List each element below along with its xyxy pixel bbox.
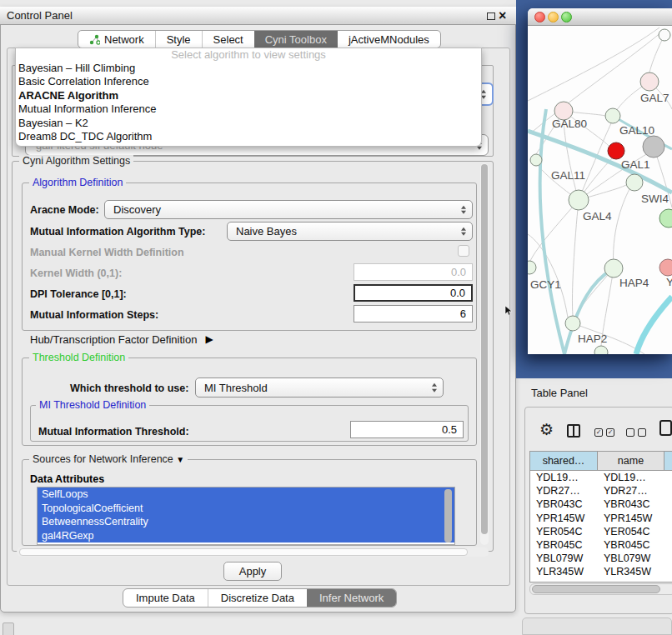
zoom-traffic-light[interactable]	[561, 12, 572, 22]
unchecked-checkbox-icon[interactable]	[626, 428, 634, 437]
aracne-mode-combo[interactable]: Discovery	[104, 200, 473, 219]
tab-impute-data[interactable]: Impute Data	[123, 589, 208, 607]
column-header[interactable]: shared…	[530, 452, 598, 470]
network-node[interactable]	[640, 72, 659, 91]
tab-style[interactable]: Style	[155, 31, 202, 48]
float-window-icon[interactable]	[487, 12, 495, 20]
document-icon[interactable]	[659, 420, 672, 436]
gear-icon[interactable]: ⚙	[539, 422, 554, 438]
sources-toggle[interactable]: Sources for Network Inference ▼	[29, 453, 188, 465]
algorithm-option[interactable]: Bayesian – Hill Climbing	[16, 62, 481, 75]
collapsed-arrow-icon: ▶	[205, 334, 213, 345]
tab-label: Impute Data	[136, 592, 195, 604]
table-hscrollbar[interactable]	[529, 583, 672, 595]
dropdown-items: Bayesian – Hill ClimbingBasic Correlatio…	[16, 62, 481, 143]
network-node[interactable]	[569, 190, 589, 210]
network-node[interactable]	[594, 346, 608, 354]
which-threshold-combo[interactable]: MI Threshold	[195, 378, 444, 398]
algorithm-option[interactable]: Basic Correlation Inference	[16, 75, 481, 88]
network-node[interactable]	[643, 136, 664, 158]
tab-cyni-toolbox[interactable]: Cyni Toolbox	[254, 31, 338, 48]
table-row[interactable]: YER054CYER054C8.	[530, 525, 672, 538]
table-row[interactable]: YPR145WYPR145W9.	[530, 512, 672, 525]
tab-select[interactable]: Select	[202, 31, 254, 48]
algorithm-option[interactable]: Bayesian – K2	[16, 117, 481, 130]
unchecked-checkbox-icon[interactable]	[638, 428, 646, 437]
dropdown-placeholder: Select algorithm to view settings	[16, 48, 481, 62]
tab-label: jActiveMNodules	[349, 33, 429, 46]
settings-scrollbar[interactable]	[480, 163, 489, 545]
table-header-row: shared…name	[530, 452, 672, 471]
mi-threshold-field[interactable]: 0.5	[350, 421, 464, 438]
group-title: Cyni Algorithm Settings	[19, 155, 133, 167]
attribute-item[interactable]: TopologicalCoefficient	[38, 502, 454, 516]
table-row[interactable]: YDR27…YDR27…12	[530, 484, 672, 498]
network-window-titlebar[interactable]	[528, 8, 672, 26]
tab-jactivemnodules[interactable]: jActiveMNodules	[338, 31, 440, 48]
table-cell: 9.	[664, 538, 672, 552]
network-node[interactable]	[659, 259, 672, 276]
network-node[interactable]	[565, 316, 580, 331]
columns-icon[interactable]	[567, 424, 580, 438]
table-row[interactable]: YBL079WYBL079W	[530, 552, 672, 565]
list-scrollbar[interactable]	[444, 489, 452, 542]
network-node[interactable]	[605, 108, 620, 123]
table-cell: 13	[664, 471, 672, 484]
mi-steps-field[interactable]: 6	[354, 305, 473, 322]
control-panel-titlebar[interactable]: Control Panel ×	[0, 7, 516, 25]
tab-network[interactable]: Network	[78, 31, 155, 48]
network-node[interactable]	[608, 142, 624, 159]
node-table: shared…name YDL19…YDL19…13YDR27…YDR27…12…	[529, 451, 672, 582]
minimized-panel-icon[interactable]	[3, 622, 14, 635]
table-cell: YBR043C	[598, 498, 664, 511]
network-node[interactable]	[626, 174, 643, 191]
algorithm-option[interactable]: Mutual Information Inference	[16, 102, 481, 116]
close-icon[interactable]: ×	[499, 7, 506, 25]
algorithm-option[interactable]: Dream8 DC_TDC Algorithm	[16, 130, 481, 143]
attribute-item[interactable]: gal4RGexp	[38, 529, 454, 543]
minimize-traffic-light[interactable]	[548, 12, 559, 22]
close-traffic-light[interactable]	[534, 12, 545, 22]
bottom-panel-edge	[522, 618, 672, 635]
dpi-tolerance-field[interactable]: 0.0	[354, 284, 473, 302]
scrollbar-thumb[interactable]	[532, 585, 660, 593]
table-row[interactable]: YIL052CYIL052C9.	[530, 579, 672, 583]
control-panel-tabs: Network Style Select Cyni Toolbox jActiv…	[78, 30, 441, 48]
attribute-item[interactable]: BetweennessCentrality	[38, 515, 454, 529]
tab-label: Select	[213, 33, 243, 46]
tab-infer-network[interactable]: Infer Network	[307, 589, 396, 607]
table-row[interactable]: YBR043CYBR043C	[530, 498, 672, 511]
network-node[interactable]	[659, 209, 672, 228]
mi-type-label: Mutual Information Algorithm Type:	[30, 226, 205, 238]
kernel-width-field[interactable]: 0.0	[354, 263, 473, 281]
mi-type-combo[interactable]: Naive Bayes	[227, 222, 473, 241]
checked-checkbox-icon[interactable]: ✓	[606, 428, 614, 437]
algorithm-option[interactable]: ARACNE Algorithm	[16, 89, 481, 102]
network-canvas[interactable]: GAL7GAL80GAL10GAL1GAL11GAL4SWI4GCY1HAP4Y…	[528, 26, 672, 354]
column-header[interactable]: name	[598, 452, 664, 470]
scrollbar-thumb[interactable]	[481, 164, 488, 534]
table-cell: YBR043C	[530, 498, 598, 511]
node-label: GAL4	[583, 210, 612, 222]
settings-hscrollbar[interactable]	[17, 548, 489, 557]
manual-kernel-checkbox[interactable]	[458, 245, 469, 257]
network-node[interactable]	[604, 259, 623, 278]
attribute-item[interactable]: SelfLoops	[38, 488, 454, 502]
data-attributes-list[interactable]: SelfLoopsTopologicalCoefficientBetweenne…	[37, 487, 455, 545]
network-node[interactable]	[530, 154, 542, 166]
table-row[interactable]: YLR345WYLR345W9.	[530, 565, 672, 578]
checked-checkbox-icon[interactable]: ✓	[594, 428, 603, 437]
control-panel-title: Control Panel	[7, 7, 73, 25]
tab-discretize-data[interactable]: Discretize Data	[208, 589, 307, 607]
table-row[interactable]: YBR045CYBR045C9.	[530, 538, 672, 552]
table-cell: YBR045C	[598, 538, 664, 552]
network-view-window[interactable]: GAL7GAL80GAL10GAL1GAL11GAL4SWI4GCY1HAP4Y…	[528, 8, 672, 354]
network-node[interactable]	[528, 261, 536, 274]
table-row[interactable]: YDL19…YDL19…13	[530, 471, 672, 484]
column-header[interactable]	[664, 452, 672, 470]
apply-button[interactable]: Apply	[223, 562, 282, 581]
dpi-tolerance-label: DPI Tolerance [0,1]:	[30, 288, 127, 300]
hub-definition-toggle[interactable]: Hub/Transcription Factor Definition ▶	[30, 333, 213, 346]
network-node[interactable]	[659, 29, 670, 41]
scrollbar-thumb[interactable]	[19, 548, 468, 556]
